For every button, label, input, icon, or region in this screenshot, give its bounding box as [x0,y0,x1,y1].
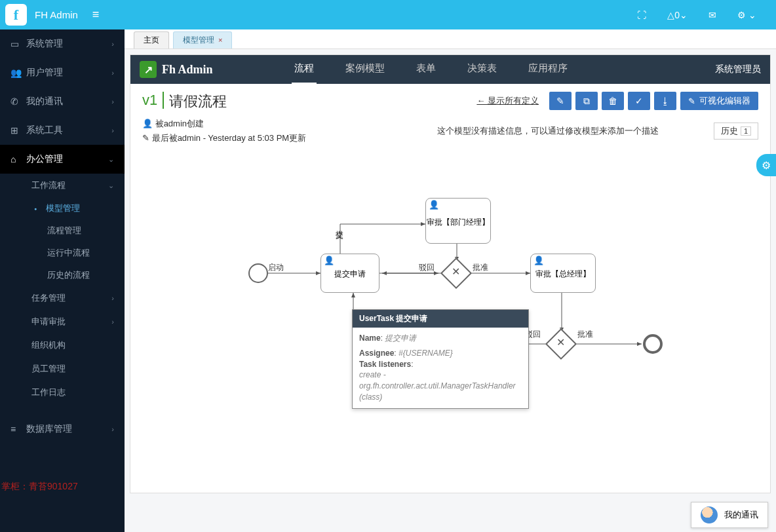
updated-by: ✎ 最后被admin - Yesterday at 5:03 PM更新 [142,132,306,144]
main: 主页 模型管理× ↗ Fh Admin 流程 案例模型 表单 决策表 应用程序 … [125,29,776,532]
description: 这个模型没有描述信息，可以通过修改模型来添加一个描述 [437,125,659,137]
user-icon: 👤 [429,200,439,210]
inner-panel: ↗ Fh Admin 流程 案例模型 表单 决策表 应用程序 系统管理员 v1 … [130,54,771,493]
inner-nav-decision[interactable]: 决策表 [465,54,499,85]
task-tooltip: UserTask 提交申请 Name: 提交申请 Assignee: #{USE… [352,309,529,409]
inner-nav-app[interactable]: 应用程序 [526,54,570,85]
sub-approval[interactable]: 申请审批› [0,310,125,333]
tab-close-icon[interactable]: × [218,36,222,44]
mail-icon[interactable]: ✉ [708,10,716,20]
sub-workflow[interactable]: 工作流程⌄ [0,174,125,197]
edge-approve-label: 批准 [473,262,488,273]
version-badge: v1 [142,92,164,109]
inner-header: ↗ Fh Admin 流程 案例模型 表单 决策表 应用程序 系统管理员 [130,55,770,84]
menu-toggle-icon[interactable]: ≡ [92,8,100,22]
process-name: 请假流程 [169,92,227,111]
sub-model-mgmt[interactable]: 模型管理 [0,197,125,219]
history-button[interactable]: 历史1 [714,123,758,140]
chat-label: 我的通讯 [724,509,758,521]
visual-editor-button[interactable]: ✎可视化编辑器 [680,92,758,110]
inner-logo: ↗ Fh Admin [140,61,213,78]
nav-db[interactable]: ≡数据库管理› [0,415,125,444]
chat-widget[interactable]: 我的通讯 [691,502,768,528]
inner-nav-process[interactable]: 流程 [292,54,317,85]
start-label: 启动 [268,262,284,273]
sidebar: ▭系统管理› 👥用户管理› ✆我的通讯› ⊞系统工具› ⌂办公管理⌄ 工作流程⌄… [0,29,125,532]
notifications-icon[interactable]: △0⌄ [667,10,688,20]
user-icon: 👤 [534,256,544,265]
sub-staff[interactable]: 员工管理 [0,357,125,381]
fullscreen-icon[interactable]: ⛶ [637,10,646,20]
confirm-button[interactable]: ✓ [628,92,650,110]
sub-running[interactable]: 运行中流程 [0,242,125,264]
bpmn-canvas[interactable]: 启动 👤 提交申请 提交 👤 审批【部门经理】 驳回 批准 👤 审批【总经理】 … [130,152,770,493]
sub-worklog[interactable]: 工作日志 [0,381,125,404]
delete-button[interactable]: 🗑 [602,92,624,110]
edge-reject-label: 驳回 [419,262,435,273]
show-all-link[interactable]: ← 显示所有定义 [476,95,539,107]
end-event[interactable] [643,334,663,354]
inner-nav: 流程 案例模型 表单 决策表 应用程序 [292,54,570,85]
tab-model-mgmt[interactable]: 模型管理× [173,31,232,48]
user-icon: 👤 [324,256,334,265]
nav-office[interactable]: ⌂办公管理⌄ [0,145,125,174]
nav-contacts[interactable]: ✆我的通讯› [0,87,125,116]
nav-users[interactable]: 👥用户管理› [0,58,125,87]
tooltip-title: UserTask 提交申请 [353,310,528,328]
inner-user[interactable]: 系统管理员 [715,64,761,75]
copy-button[interactable]: ⧉ [575,92,598,110]
app-logo[interactable]: f [5,4,27,26]
logo-letter: f [14,7,18,24]
tab-home[interactable]: 主页 [134,31,169,48]
created-by: 👤 被admin创建 [142,118,306,130]
topbar: f FH Admin ≡ ⛶ △0⌄ ✉ ⚙ ⌄ [0,0,776,29]
download-button[interactable]: ⭳ [654,92,676,110]
gateway-1[interactable] [440,257,472,289]
task-submit[interactable]: 👤 提交申请 [320,254,379,293]
sidebar-footer: 掌柜：青苔901027 [0,474,79,499]
sub-org[interactable]: 组织机构 [0,333,125,357]
inner-logo-text: Fh Admin [162,63,213,77]
detail-bar: v1 请假流程 ← 显示所有定义 ✎ ⧉ 🗑 ✓ ⭳ ✎可视化编辑器 👤 被ad… [130,84,770,152]
topbar-right: ⛶ △0⌄ ✉ ⚙ ⌄ [637,10,776,20]
nav-tools[interactable]: ⊞系统工具› [0,116,125,145]
inner-nav-form[interactable]: 表单 [414,54,438,85]
start-event[interactable] [248,263,268,283]
task-dept-mgr[interactable]: 👤 审批【部门经理】 [425,198,491,244]
tabbar: 主页 模型管理× [125,29,776,49]
floating-settings-icon[interactable]: ⚙ [756,154,776,176]
sub-history[interactable]: 历史的流程 [0,264,125,286]
edge-approve2-label: 批准 [577,329,593,340]
task-gen-mgr[interactable]: 👤 审批【总经理】 [530,254,596,293]
gateway-2[interactable] [545,328,577,360]
sub-flow-mgmt[interactable]: 流程管理 [0,219,125,242]
edit-button[interactable]: ✎ [549,92,572,110]
settings-gear-icon[interactable]: ⚙ ⌄ [737,10,756,20]
inner-logo-icon: ↗ [140,61,157,78]
avatar-icon [701,506,718,523]
sub-tasks[interactable]: 任务管理› [0,286,125,310]
brand-name: FH Admin [35,9,78,20]
nav-system[interactable]: ▭系统管理› [0,29,125,58]
inner-nav-case[interactable]: 案例模型 [343,54,387,85]
editor-icon: ✎ [688,96,695,106]
